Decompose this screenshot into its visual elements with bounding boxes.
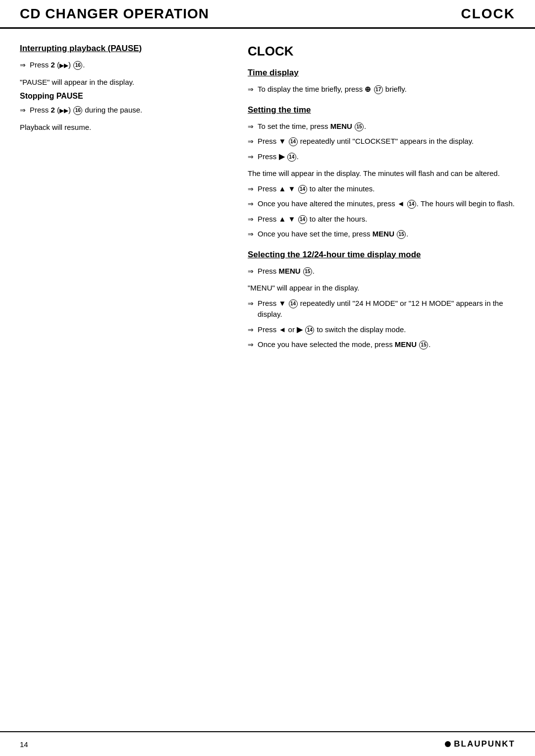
circled-17: 17 [374, 85, 383, 94]
arrow-icon: ⇒ [248, 136, 254, 147]
arrow-icon: ⇒ [248, 298, 254, 309]
interrupting-playback-list: ⇒ Press 2 (▶▶) 16. [20, 59, 228, 71]
circled-15: 15 [355, 122, 364, 131]
bullet-item: ⇒ Press ▲ ▼ 14 to alter the minutes. [248, 183, 515, 195]
bullet-item: ⇒ Press MENU 15. [248, 266, 515, 277]
page-container: CD CHANGER OPERATION CLOCK Interrupting … [0, 0, 535, 756]
arrow-icon: ⇒ [248, 184, 254, 194]
bullet-item: ⇒ Press ▶ 14. [248, 151, 515, 163]
circled-15c: 15 [303, 267, 312, 276]
brand-logo: BLAUPUNKT [445, 739, 515, 749]
arrow-icon: ⇒ [248, 266, 254, 277]
selecting-hour-list1: ⇒ Press MENU 15. [248, 266, 515, 277]
bullet-text: Once you have set the time, press MENU 1… [258, 229, 515, 240]
bullet-text: Press MENU 15. [258, 266, 515, 277]
circled-15d: 15 [419, 341, 428, 349]
circled-16: 16 [73, 61, 82, 70]
bullet-text: Press 2 (▶▶) 16. [30, 59, 228, 71]
circled-14b: 14 [287, 153, 296, 162]
stopping-pause-section: Stopping PAUSE ⇒ Press 2 (▶▶) 16 during … [20, 92, 228, 133]
setting-time-title: Setting the time [248, 105, 515, 115]
bullet-item: ⇒ Once you have selected the mode, press… [248, 339, 515, 350]
circled-14c: 14 [298, 185, 307, 194]
time-appear-text: The time will appear in the display. The… [248, 168, 515, 179]
footer: 14 BLAUPUNKT [0, 731, 535, 756]
main-content: Interrupting playback (PAUSE) ⇒ Press 2 … [0, 29, 535, 756]
setting-time-section: Setting the time ⇒ To set the time, pres… [248, 105, 515, 240]
interrupting-playback-title: Interrupting playback (PAUSE) [20, 44, 228, 54]
time-display-list: ⇒ To display the time briefly, press ⊕ 1… [248, 84, 515, 95]
selecting-hour-section: Selecting the 12/24‑hour time display mo… [248, 250, 515, 350]
circled-14g: 14 [305, 326, 314, 335]
selecting-hour-list2: ⇒ Press ▼ 14 repeatedly until "24 H MODE… [248, 298, 515, 350]
bullet-text: Press ◄ or ▶ 14 to switch the display mo… [258, 324, 515, 336]
bullet-item: ⇒ Press ▲ ▼ 14 to alter the hours. [248, 214, 515, 225]
bullet-text: Press ▲ ▼ 14 to alter the hours. [258, 214, 515, 225]
circled-16b: 16 [73, 106, 82, 115]
bullet-text: Press ▼ 14 repeatedly until "CLOCKSET" a… [258, 136, 515, 147]
bullet-text: Once you have selected the mode, press M… [258, 339, 515, 350]
bullet-item: ⇒ Press ▼ 14 repeatedly until "24 H MODE… [248, 298, 515, 320]
arrow-icon: ⇒ [248, 152, 254, 162]
bullet-text: Press ▼ 14 repeatedly until "24 H MODE" … [258, 298, 515, 320]
bullet-item: ⇒ Press ▼ 14 repeatedly until "CLOCKSET"… [248, 136, 515, 147]
left-column: Interrupting playback (PAUSE) ⇒ Press 2 … [20, 44, 228, 726]
playback-resume-text: Playback will resume. [20, 122, 228, 133]
arrow-icon: ⇒ [20, 105, 26, 116]
circled-14e: 14 [298, 215, 307, 224]
header-right-title: CLOCK [461, 6, 515, 22]
header-bar: CD CHANGER OPERATION CLOCK [0, 0, 535, 29]
setting-time-list1: ⇒ To set the time, press MENU 15. ⇒ Pres… [248, 121, 515, 163]
bullet-item: ⇒ Press 2 (▶▶) 16. [20, 59, 228, 71]
bullet-item: ⇒ To display the time briefly, press ⊕ 1… [248, 84, 515, 95]
pause-appear-text: "PAUSE" will appear in the display. [20, 77, 228, 88]
bullet-item: ⇒ Once you have set the time, press MENU… [248, 229, 515, 240]
bullet-text: Press ▶ 14. [258, 151, 515, 163]
brand-name: BLAUPUNKT [454, 739, 515, 749]
brand-dot-icon [445, 741, 451, 747]
setting-time-list2: ⇒ Press ▲ ▼ 14 to alter the minutes. ⇒ O… [248, 183, 515, 240]
arrow-icon: ⇒ [248, 199, 254, 209]
menu-appear-text: "MENU" will appear in the display. [248, 283, 515, 294]
circled-14d: 14 [407, 200, 416, 209]
bullet-text: Press ▲ ▼ 14 to alter the minutes. [258, 183, 515, 195]
bullet-item: ⇒ Press ◄ or ▶ 14 to switch the display … [248, 324, 515, 336]
arrow-icon: ⇒ [20, 60, 26, 70]
bullet-item: ⇒ To set the time, press MENU 15. [248, 121, 515, 132]
stopping-pause-title: Stopping PAUSE [20, 92, 228, 101]
arrow-icon: ⇒ [248, 340, 254, 350]
circled-14a: 14 [289, 137, 298, 146]
right-column: CLOCK Time display ⇒ To display the time… [248, 44, 515, 726]
arrow-icon: ⇒ [248, 229, 254, 239]
page-number: 14 [20, 740, 28, 749]
circled-14f: 14 [289, 299, 298, 308]
bullet-text: To set the time, press MENU 15. [258, 121, 515, 132]
arrow-icon: ⇒ [248, 325, 254, 335]
time-display-title: Time display [248, 68, 515, 78]
bullet-text: To display the time briefly, press ⊕ 17 … [258, 84, 515, 95]
time-display-section: Time display ⇒ To display the time brief… [248, 68, 515, 95]
bullet-text: Once you have altered the minutes, press… [258, 198, 515, 210]
bullet-item: ⇒ Once you have altered the minutes, pre… [248, 198, 515, 210]
bullet-item: ⇒ Press 2 (▶▶) 16 during the pause. [20, 105, 228, 116]
clock-page-title: CLOCK [248, 44, 515, 59]
circled-15b: 15 [397, 230, 406, 239]
stopping-pause-list: ⇒ Press 2 (▶▶) 16 during the pause. [20, 105, 228, 116]
bullet-text: Press 2 (▶▶) 16 during the pause. [30, 105, 228, 116]
section-interrupting-playback: Interrupting playback (PAUSE) ⇒ Press 2 … [20, 44, 228, 133]
arrow-icon: ⇒ [248, 84, 254, 95]
arrow-icon: ⇒ [248, 121, 254, 132]
arrow-icon: ⇒ [248, 214, 254, 225]
selecting-hour-title: Selecting the 12/24‑hour time display mo… [248, 250, 515, 260]
header-left-title: CD CHANGER OPERATION [20, 6, 209, 22]
